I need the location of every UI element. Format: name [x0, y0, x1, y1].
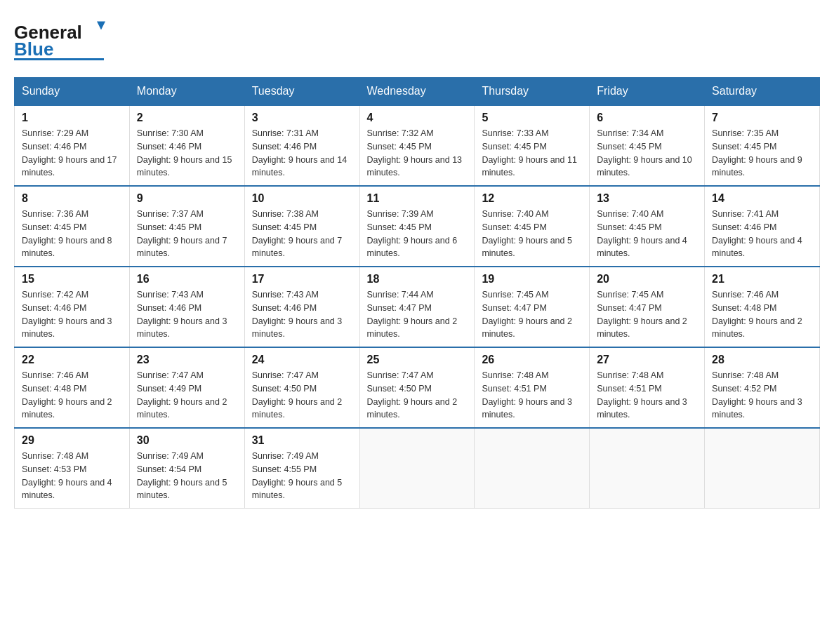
day-number: 15 — [22, 273, 122, 286]
day-info: Sunrise: 7:44 AMSunset: 4:47 PMDaylight:… — [367, 288, 468, 341]
day-info: Sunrise: 7:45 AMSunset: 4:47 PMDaylight:… — [482, 288, 582, 341]
day-info: Sunrise: 7:30 AMSunset: 4:46 PMDaylight:… — [137, 127, 237, 180]
day-cell: 7Sunrise: 7:35 AMSunset: 4:45 PMDaylight… — [705, 105, 820, 186]
page-header: General Blue — [14, 14, 820, 63]
day-number: 14 — [712, 192, 812, 205]
week-row-3: 15Sunrise: 7:42 AMSunset: 4:46 PMDayligh… — [15, 267, 820, 347]
day-number: 24 — [252, 354, 352, 366]
day-number: 21 — [712, 273, 812, 286]
day-info: Sunrise: 7:41 AMSunset: 4:46 PMDaylight:… — [712, 208, 812, 260]
weekday-header-saturday: Saturday — [705, 78, 820, 106]
day-cell: 24Sunrise: 7:47 AMSunset: 4:50 PMDayligh… — [244, 347, 359, 428]
week-row-4: 22Sunrise: 7:46 AMSunset: 4:48 PMDayligh… — [15, 347, 820, 428]
day-info: Sunrise: 7:45 AMSunset: 4:47 PMDaylight:… — [597, 288, 697, 341]
day-cell: 30Sunrise: 7:49 AMSunset: 4:54 PMDayligh… — [129, 428, 244, 509]
day-cell: 6Sunrise: 7:34 AMSunset: 4:45 PMDaylight… — [590, 105, 705, 186]
day-cell: 18Sunrise: 7:44 AMSunset: 4:47 PMDayligh… — [359, 267, 475, 347]
day-number: 31 — [252, 434, 352, 447]
logo-image: General Blue — [14, 14, 112, 63]
day-cell: 8Sunrise: 7:36 AMSunset: 4:45 PMDaylight… — [15, 186, 130, 267]
calendar-table: SundayMondayTuesdayWednesdayThursdayFrid… — [14, 77, 820, 509]
day-number: 22 — [22, 354, 122, 366]
day-cell: 20Sunrise: 7:45 AMSunset: 4:47 PMDayligh… — [590, 267, 705, 347]
day-number: 11 — [367, 192, 468, 205]
day-number: 1 — [22, 112, 122, 124]
day-cell: 22Sunrise: 7:46 AMSunset: 4:48 PMDayligh… — [15, 347, 130, 428]
day-info: Sunrise: 7:43 AMSunset: 4:46 PMDaylight:… — [137, 288, 237, 341]
day-info: Sunrise: 7:36 AMSunset: 4:45 PMDaylight:… — [22, 208, 122, 260]
day-info: Sunrise: 7:48 AMSunset: 4:51 PMDaylight:… — [597, 369, 697, 422]
day-cell: 19Sunrise: 7:45 AMSunset: 4:47 PMDayligh… — [475, 267, 590, 347]
day-number: 28 — [712, 354, 812, 366]
day-cell: 26Sunrise: 7:48 AMSunset: 4:51 PMDayligh… — [475, 347, 590, 428]
weekday-header-row: SundayMondayTuesdayWednesdayThursdayFrid… — [15, 78, 820, 106]
day-cell: 12Sunrise: 7:40 AMSunset: 4:45 PMDayligh… — [475, 186, 590, 267]
day-info: Sunrise: 7:35 AMSunset: 4:45 PMDaylight:… — [712, 127, 812, 180]
day-cell — [705, 428, 820, 509]
day-number: 5 — [482, 112, 582, 124]
day-number: 3 — [252, 112, 352, 124]
calendar-body: 1Sunrise: 7:29 AMSunset: 4:46 PMDaylight… — [15, 105, 820, 509]
svg-text:Blue: Blue — [14, 39, 53, 60]
week-row-5: 29Sunrise: 7:48 AMSunset: 4:53 PMDayligh… — [15, 428, 820, 509]
day-number: 30 — [137, 434, 237, 447]
day-number: 19 — [482, 273, 582, 286]
day-info: Sunrise: 7:49 AMSunset: 4:54 PMDaylight:… — [137, 450, 237, 502]
day-cell: 17Sunrise: 7:43 AMSunset: 4:46 PMDayligh… — [244, 267, 359, 347]
day-info: Sunrise: 7:47 AMSunset: 4:49 PMDaylight:… — [137, 369, 237, 422]
day-cell — [475, 428, 590, 509]
day-info: Sunrise: 7:42 AMSunset: 4:46 PMDaylight:… — [22, 288, 122, 341]
day-info: Sunrise: 7:32 AMSunset: 4:45 PMDaylight:… — [367, 127, 468, 180]
day-info: Sunrise: 7:46 AMSunset: 4:48 PMDaylight:… — [22, 369, 122, 422]
weekday-header-sunday: Sunday — [15, 78, 130, 106]
day-info: Sunrise: 7:47 AMSunset: 4:50 PMDaylight:… — [367, 369, 468, 422]
calendar-header: SundayMondayTuesdayWednesdayThursdayFrid… — [15, 78, 820, 106]
day-number: 9 — [137, 192, 237, 205]
day-number: 10 — [252, 192, 352, 205]
day-number: 6 — [597, 112, 697, 124]
logo: General Blue — [14, 14, 112, 63]
day-info: Sunrise: 7:48 AMSunset: 4:51 PMDaylight:… — [482, 369, 582, 422]
day-cell: 5Sunrise: 7:33 AMSunset: 4:45 PMDaylight… — [475, 105, 590, 186]
day-number: 23 — [137, 354, 237, 366]
day-cell: 31Sunrise: 7:49 AMSunset: 4:55 PMDayligh… — [244, 428, 359, 509]
day-number: 20 — [597, 273, 697, 286]
day-number: 29 — [22, 434, 122, 447]
day-number: 7 — [712, 112, 812, 124]
day-number: 13 — [597, 192, 697, 205]
day-cell: 27Sunrise: 7:48 AMSunset: 4:51 PMDayligh… — [590, 347, 705, 428]
day-cell: 16Sunrise: 7:43 AMSunset: 4:46 PMDayligh… — [129, 267, 244, 347]
day-info: Sunrise: 7:46 AMSunset: 4:48 PMDaylight:… — [712, 288, 812, 341]
day-info: Sunrise: 7:43 AMSunset: 4:46 PMDaylight:… — [252, 288, 352, 341]
day-info: Sunrise: 7:47 AMSunset: 4:50 PMDaylight:… — [252, 369, 352, 422]
weekday-header-thursday: Thursday — [475, 78, 590, 106]
day-info: Sunrise: 7:40 AMSunset: 4:45 PMDaylight:… — [597, 208, 697, 260]
day-info: Sunrise: 7:40 AMSunset: 4:45 PMDaylight:… — [482, 208, 582, 260]
day-info: Sunrise: 7:48 AMSunset: 4:52 PMDaylight:… — [712, 369, 812, 422]
day-cell: 3Sunrise: 7:31 AMSunset: 4:46 PMDaylight… — [244, 105, 359, 186]
day-number: 18 — [367, 273, 468, 286]
day-cell — [359, 428, 475, 509]
weekday-header-wednesday: Wednesday — [359, 78, 475, 106]
day-number: 4 — [367, 112, 468, 124]
day-cell: 14Sunrise: 7:41 AMSunset: 4:46 PMDayligh… — [705, 186, 820, 267]
day-info: Sunrise: 7:38 AMSunset: 4:45 PMDaylight:… — [252, 208, 352, 260]
day-number: 27 — [597, 354, 697, 366]
day-cell: 29Sunrise: 7:48 AMSunset: 4:53 PMDayligh… — [15, 428, 130, 509]
day-number: 12 — [482, 192, 582, 205]
week-row-2: 8Sunrise: 7:36 AMSunset: 4:45 PMDaylight… — [15, 186, 820, 267]
day-info: Sunrise: 7:39 AMSunset: 4:45 PMDaylight:… — [367, 208, 468, 260]
day-number: 26 — [482, 354, 582, 366]
day-cell: 11Sunrise: 7:39 AMSunset: 4:45 PMDayligh… — [359, 186, 475, 267]
day-cell: 23Sunrise: 7:47 AMSunset: 4:49 PMDayligh… — [129, 347, 244, 428]
day-cell: 2Sunrise: 7:30 AMSunset: 4:46 PMDaylight… — [129, 105, 244, 186]
day-info: Sunrise: 7:33 AMSunset: 4:45 PMDaylight:… — [482, 127, 582, 180]
day-cell: 10Sunrise: 7:38 AMSunset: 4:45 PMDayligh… — [244, 186, 359, 267]
day-info: Sunrise: 7:31 AMSunset: 4:46 PMDaylight:… — [252, 127, 352, 180]
week-row-1: 1Sunrise: 7:29 AMSunset: 4:46 PMDaylight… — [15, 105, 820, 186]
day-number: 25 — [367, 354, 468, 366]
day-cell: 28Sunrise: 7:48 AMSunset: 4:52 PMDayligh… — [705, 347, 820, 428]
day-cell: 21Sunrise: 7:46 AMSunset: 4:48 PMDayligh… — [705, 267, 820, 347]
day-cell: 13Sunrise: 7:40 AMSunset: 4:45 PMDayligh… — [590, 186, 705, 267]
day-info: Sunrise: 7:48 AMSunset: 4:53 PMDaylight:… — [22, 450, 122, 502]
